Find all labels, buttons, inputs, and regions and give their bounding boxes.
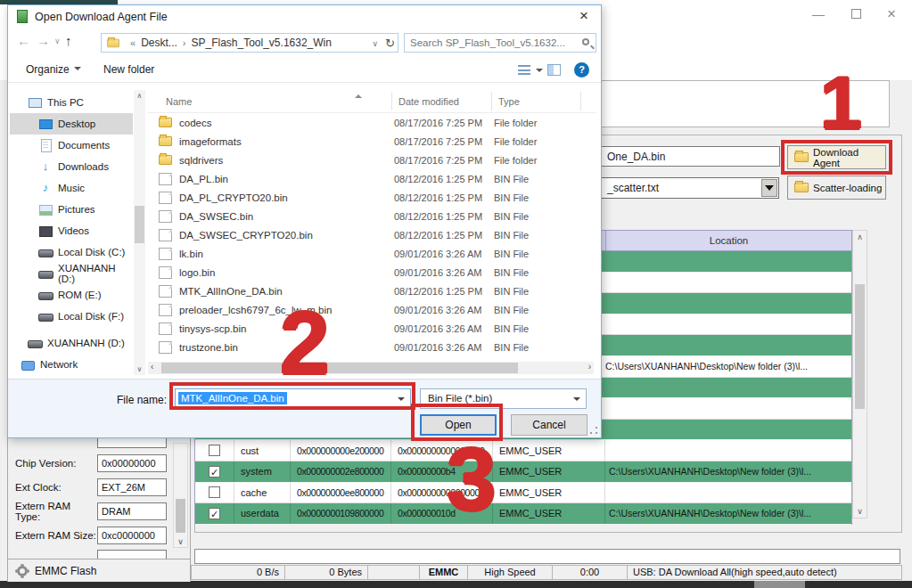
forward-icon[interactable]: →: [37, 33, 50, 48]
scrollbar-thumb[interactable]: [135, 206, 144, 243]
column-divider[interactable]: [580, 92, 581, 110]
scrollbar-thumb[interactable]: [855, 284, 865, 409]
scroll-right-icon[interactable]: ›: [588, 362, 591, 372]
search-box[interactable]: [404, 33, 596, 53]
partition-checkbox[interactable]: [209, 445, 220, 456]
column-header-type[interactable]: Type: [498, 96, 520, 107]
chevron-down-icon[interactable]: [536, 69, 543, 76]
search-input[interactable]: [410, 35, 571, 51]
up-icon[interactable]: ↑: [65, 33, 72, 48]
scroll-down-icon[interactable]: ∨: [134, 365, 145, 373]
disk-icon: [28, 337, 42, 349]
file-row-codecs[interactable]: codecs08/17/2016 7:25 PMFile folder: [148, 113, 596, 132]
location-column-header[interactable]: Location: [605, 231, 851, 250]
file-row-da-swsec-crypto20-bin[interactable]: DA_SWSEC_CRYPTO20.bin08/12/2016 1:25 PMB…: [148, 225, 596, 244]
sidebar-item-desktop[interactable]: Desktop: [10, 113, 133, 135]
file-name: logo.bin: [179, 267, 394, 278]
crumb-open-icon[interactable]: «: [130, 37, 136, 48]
scrollbar-thumb[interactable]: [161, 363, 518, 373]
sidebar-item-xuanhanh-d[interactable]: XUANHANH (D:): [10, 263, 133, 284]
file-row-sqldrivers[interactable]: sqldrivers08/17/2016 7:25 PMFile folder: [148, 151, 596, 169]
partition-checkbox[interactable]: [209, 486, 220, 498]
history-chevron-icon[interactable]: ∨: [54, 37, 61, 45]
file-row-logo-bin[interactable]: logo.bin09/01/2016 3:26 AMBIN File: [148, 263, 596, 282]
checkbox-cell: ✓: [195, 461, 234, 482]
file-row-da-swsec-bin[interactable]: DA_SWSEC.bin08/12/2016 1:25 PMBIN File: [148, 207, 596, 225]
scroll-down-icon[interactable]: ∨: [174, 537, 187, 546]
minimize-icon[interactable]: —: [807, 4, 830, 25]
organize-button[interactable]: Organize: [26, 63, 81, 76]
partition-region: EMMC_USER: [493, 483, 605, 503]
new-folder-button[interactable]: New folder: [103, 63, 154, 76]
partition-row-system[interactable]: ✓system0x000000002e8000000x00000000b4EMM…: [195, 461, 851, 483]
resize-grip[interactable]: [589, 426, 598, 435]
close-icon[interactable]: ×: [574, 7, 594, 25]
sidebar-item-documents[interactable]: Documents: [10, 135, 133, 156]
sidebar-item-local-disk-c[interactable]: Local Disk (C:): [10, 241, 133, 263]
partition-row-userdata[interactable]: ✓userdata0x00000001098000000x000000010dE…: [195, 503, 851, 525]
column-header-name[interactable]: Name: [166, 96, 192, 107]
scatter-loading-button[interactable]: Scatter-loading: [787, 176, 886, 200]
file-row-mtk-allinone-da-bin[interactable]: MTK_AllInOne_DA.bin08/12/2016 1:25 PMBIN…: [148, 282, 596, 300]
file-row-tinysys-scp-bin[interactable]: tinysys-scp.bin09/01/2016 3:26 AMBIN Fil…: [148, 319, 596, 338]
cancel-button[interactable]: Cancel: [511, 414, 587, 436]
field-value[interactable]: 0x00000000: [97, 454, 167, 472]
downloads-icon: ↓: [38, 160, 53, 173]
file-row-imageformats[interactable]: imageformats08/17/2016 7:25 PMFile folde…: [148, 132, 596, 151]
sidebar-item-local-disk-f[interactable]: Local Disk (F:): [10, 306, 133, 327]
address-chevron-icon[interactable]: ∨: [373, 39, 379, 48]
file-row-preloader-lcsh6797-6c-lw-m-bin[interactable]: preloader_lcsh6797_6c_lw_m.bin09/01/2016…: [148, 300, 596, 319]
sidebar-item-videos[interactable]: Videos: [10, 220, 133, 241]
sidebar-item-this-pc[interactable]: This PC: [10, 92, 133, 113]
close-app-icon[interactable]: ×: [880, 4, 903, 25]
scrollbar-thumb[interactable]: [176, 499, 185, 533]
file-row-da-pl-crypto20-bin[interactable]: DA_PL_CRYPTO20.bin08/12/2016 1:25 PMBIN …: [148, 188, 596, 207]
sidebar-item-xuanhanh-d[interactable]: XUANHANH (D:): [10, 332, 133, 354]
partition-row-cust[interactable]: cust0x000000000e2000000x0000000000000000…: [195, 440, 851, 461]
panel-scrollbar[interactable]: ∨: [173, 443, 188, 548]
sidebar-item-network[interactable]: Network: [10, 354, 133, 375]
file-icon: [159, 248, 172, 260]
sidebar-item-music[interactable]: ♪Music: [10, 177, 133, 199]
help-icon[interactable]: ?: [574, 62, 589, 78]
sidebar-item-rom-e[interactable]: ROM (E:): [10, 284, 133, 306]
scroll-up-icon[interactable]: ∧: [853, 233, 867, 241]
address-bar[interactable]: « Deskt... › SP_Flash_Tool_v5.1632_Win ∨…: [101, 33, 398, 53]
file-name: lk.bin: [179, 249, 394, 259]
breadcrumb-desktop[interactable]: Deskt...: [141, 37, 177, 49]
file-row-da-pl-bin[interactable]: DA_PL.bin08/12/2016 1:25 PMBIN File: [148, 169, 596, 188]
column-header-date[interactable]: Date modified: [398, 96, 459, 107]
scroll-left-icon[interactable]: ‹: [151, 362, 153, 372]
table-scrollbar[interactable]: ∧ ∨: [852, 230, 867, 519]
file-row-trustzone-bin[interactable]: trustzone.bin09/01/2016 3:26 AMBIN File: [148, 338, 596, 356]
status-bytes: 0 Bytes: [284, 565, 368, 580]
dialog-titlebar[interactable]: Open Download Agent File: [8, 5, 601, 28]
file-type: File folder: [494, 136, 596, 147]
column-divider[interactable]: [491, 92, 492, 110]
partition-checkbox[interactable]: ✓: [209, 466, 220, 478]
scroll-down-icon[interactable]: ∨: [853, 507, 867, 516]
partition-checkbox[interactable]: ✓: [209, 508, 220, 519]
column-divider[interactable]: [391, 92, 392, 110]
sidebar-item-downloads[interactable]: ↓Downloads: [10, 156, 133, 177]
file-type: File folder: [494, 155, 596, 166]
file-date: 08/12/2016 1:25 PM: [394, 211, 494, 222]
field-value[interactable]: EXT_26M: [97, 478, 167, 496]
views-icon[interactable]: [518, 65, 530, 75]
partition-row-cache[interactable]: cache0x00000000ee8000000x000000000000000…: [195, 483, 851, 504]
preview-pane-icon[interactable]: [547, 64, 561, 76]
refresh-icon[interactable]: ↻: [385, 37, 395, 50]
field-value[interactable]: DRAM: [97, 502, 167, 520]
file-list-hscrollbar[interactable]: ‹ ›: [148, 362, 594, 374]
scroll-up-icon[interactable]: ∧: [134, 92, 145, 100]
sidebar-item-pictures[interactable]: Pictures: [10, 199, 133, 220]
search-icon[interactable]: [582, 38, 589, 45]
back-icon[interactable]: ←: [17, 33, 30, 48]
sidebar-scrollbar[interactable]: ∧ ∨: [134, 90, 145, 375]
maximize-icon[interactable]: [844, 4, 867, 25]
scatter-combo-arrow[interactable]: [761, 179, 777, 197]
partition-begin-address: 0x000000002e800000: [291, 461, 391, 482]
breadcrumb-folder[interactable]: SP_Flash_Tool_v5.1632_Win: [191, 37, 331, 49]
field-value[interactable]: 0xc0000000: [97, 527, 167, 544]
file-row-lk-bin[interactable]: lk.bin09/01/2016 3:26 AMBIN File: [148, 244, 596, 263]
